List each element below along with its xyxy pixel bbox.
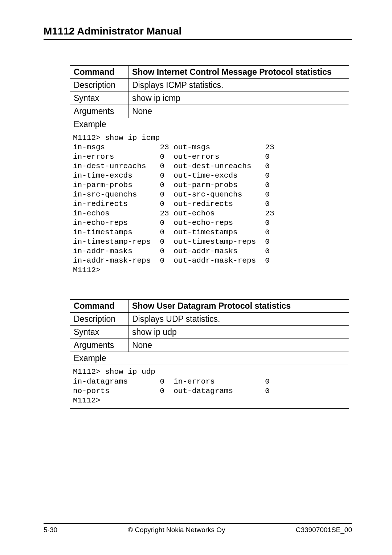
t1-description-value: Displays ICMP statistics. xyxy=(128,79,349,92)
footer-left: 5-30 xyxy=(44,526,57,534)
t1-command-label: Command xyxy=(70,66,128,79)
t1-example-label: Example xyxy=(70,118,349,131)
t2-syntax-label: Syntax xyxy=(70,326,128,339)
t2-command-value: Show User Datagram Protocol statistics xyxy=(128,300,349,313)
t2-example-label: Example xyxy=(70,352,349,365)
t2-description-label: Description xyxy=(70,313,128,326)
command-table-udp: Command Show User Datagram Protocol stat… xyxy=(70,299,349,408)
footer-right: C33907001SE_00 xyxy=(296,526,352,534)
command-table-icmp: Command Show Internet Control Message Pr… xyxy=(70,65,349,278)
t1-command-value: Show Internet Control Message Protocol s… xyxy=(128,66,349,79)
header-rule xyxy=(44,39,352,40)
t1-description-label: Description xyxy=(70,79,128,92)
t2-command-label: Command xyxy=(70,300,128,313)
t2-example-code: M1112> show ip udp in-datagrams 0 in-err… xyxy=(73,367,346,405)
t1-example-code: M1112> show ip icmp in-msgs 23 out-msgs … xyxy=(73,133,346,275)
t1-arguments-label: Arguments xyxy=(70,105,128,118)
t2-example-code-cell: M1112> show ip udp in-datagrams 0 in-err… xyxy=(70,365,349,408)
t1-arguments-value: None xyxy=(128,105,349,118)
t2-description-value: Displays UDP statistics. xyxy=(128,313,349,326)
t2-arguments-label: Arguments xyxy=(70,339,128,352)
t1-syntax-label: Syntax xyxy=(70,92,128,105)
page-title: M1112 Administrator Manual xyxy=(44,25,352,37)
t1-example-code-cell: M1112> show ip icmp in-msgs 23 out-msgs … xyxy=(70,131,349,278)
t2-arguments-value: None xyxy=(128,339,349,352)
t1-syntax-value: show ip icmp xyxy=(128,92,349,105)
t2-syntax-value: show ip udp xyxy=(128,326,349,339)
footer-rule xyxy=(44,523,352,524)
footer-center: © Copyright Nokia Networks Oy xyxy=(57,526,296,534)
